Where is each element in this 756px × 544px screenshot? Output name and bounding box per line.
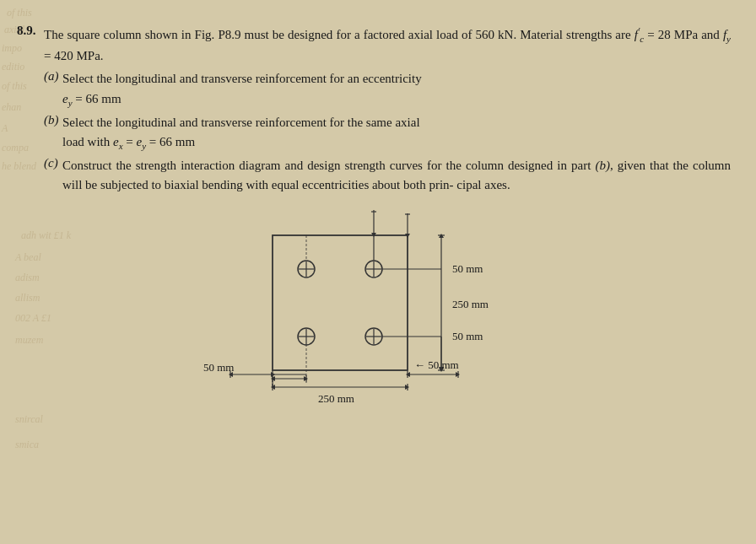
part-a-text: Select the longitudinal and transverse r… <box>62 69 731 89</box>
column-square <box>273 235 408 370</box>
problem-intro: The square column shown in Fig. P8.9 mus… <box>44 24 731 66</box>
problem-number: 8.9. <box>17 24 44 38</box>
page: of this axial l impo editio of this ehan… <box>0 0 756 544</box>
part-b-text: Select the longitudinal and transverse r… <box>62 113 731 132</box>
bg-fig-8: smica <box>15 439 39 451</box>
part-c-text: Construct the strength interaction diagr… <box>62 156 731 196</box>
label-50mm-top: 50 mm <box>452 262 483 275</box>
label-right-50mm: ← 50 mm <box>414 358 459 371</box>
label-50mm-bot: 50 mm <box>452 330 483 342</box>
label-250mm-right: 250 mm <box>452 298 489 310</box>
part-b-load-line: load with ex = ey = 66 mm <box>62 132 731 154</box>
problem-header: 8.9. The square column shown in Fig. P8.… <box>17 24 731 66</box>
part-b-label: (b) <box>44 113 62 127</box>
fy-symbol: fy <box>723 28 731 41</box>
diagram-svg: 50 mm 250 mm 50 mm <box>197 210 551 412</box>
label-250mm-bot: 250 mm <box>318 392 354 405</box>
part-a-ecc-line: ey = 66 mm <box>62 89 731 110</box>
part-b: (b) Select the longitudinal and transver… <box>44 113 731 132</box>
part-a-label: (a) <box>44 69 62 83</box>
main-content: 8.9. The square column shown in Fig. P8.… <box>0 15 756 421</box>
figure-container: 50 mm 250 mm 50 mm <box>17 210 731 412</box>
part-c: (c) Construct the strength interaction d… <box>44 156 731 196</box>
part-a: (a) Select the longitudinal and transver… <box>44 69 731 89</box>
fc-symbol: f′c <box>634 28 644 41</box>
part-c-label: (c) <box>44 156 62 170</box>
label-50mm-left: 50 mm <box>203 361 234 374</box>
figure-box: 50 mm 250 mm 50 mm <box>197 210 551 412</box>
